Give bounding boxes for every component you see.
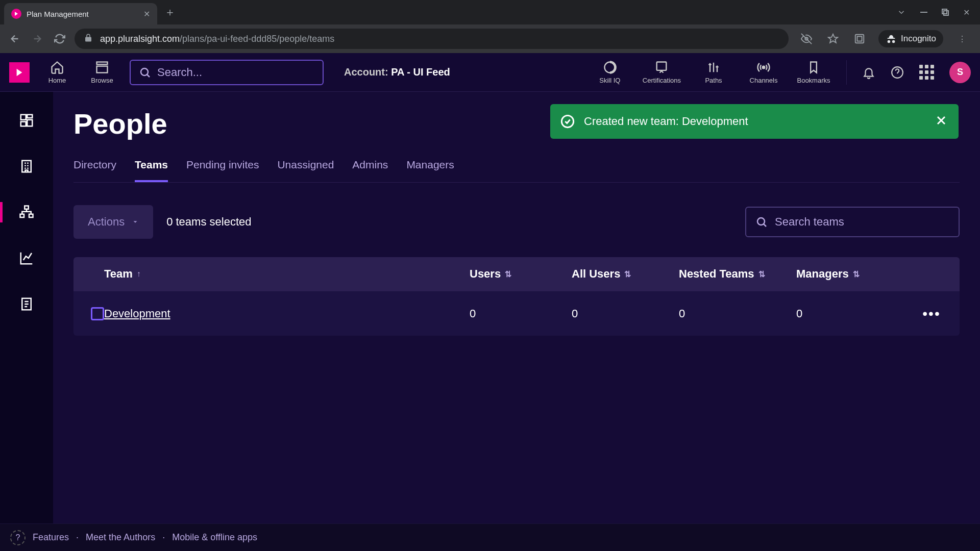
svg-rect-5: [857, 36, 862, 41]
check-circle-icon: [560, 114, 575, 129]
browser-menu-icon[interactable]: ⋮: [954, 34, 970, 44]
skilliq-icon: [603, 60, 617, 74]
search-icon: [755, 216, 768, 228]
tab-title: Plan Management: [27, 10, 138, 18]
svg-rect-14: [27, 115, 32, 118]
topnav-search[interactable]: [130, 60, 324, 85]
search-teams-field[interactable]: [745, 207, 960, 237]
cell-all-users: 0: [572, 307, 679, 320]
tab-close-icon[interactable]: ✕: [143, 9, 150, 19]
browser-back-button[interactable]: [7, 33, 22, 44]
dashboard-icon: [19, 113, 34, 128]
incognito-indicator[interactable]: Incognito: [878, 30, 943, 47]
toast-close-button[interactable]: [934, 113, 948, 130]
notifications-button[interactable]: [862, 66, 875, 79]
bell-icon: [862, 66, 875, 79]
tab-admins[interactable]: Admins: [352, 159, 388, 182]
page-tabs: Directory Teams Pending invites Unassign…: [74, 159, 960, 183]
topnav-skilliq[interactable]: Skill IQ: [593, 60, 627, 84]
home-icon: [50, 60, 64, 74]
building-icon: [19, 159, 34, 174]
column-users[interactable]: Users⇅: [470, 267, 572, 281]
new-tab-button[interactable]: ＋: [164, 5, 176, 20]
sort-icon: ⇅: [853, 269, 860, 279]
svg-rect-7: [97, 66, 108, 73]
tab-unassigned[interactable]: Unassigned: [277, 159, 334, 182]
sidebar-dashboard[interactable]: [0, 106, 53, 135]
column-all-users[interactable]: All Users⇅: [572, 267, 679, 281]
paths-icon: [706, 60, 721, 74]
url-text: app.pluralsight.com/plans/pa-ui-feed-ddd…: [100, 34, 334, 44]
column-managers[interactable]: Managers⇅: [796, 267, 903, 281]
svg-point-23: [757, 218, 765, 225]
topnav-bookmarks[interactable]: Bookmarks: [796, 60, 831, 84]
topnav-browse[interactable]: Browse: [85, 60, 119, 84]
window-minimize-icon[interactable]: [920, 8, 927, 17]
browser-tab[interactable]: Plan Management ✕: [4, 3, 157, 24]
svg-rect-13: [21, 115, 26, 120]
channels-icon: [756, 60, 771, 74]
certifications-icon: [654, 60, 669, 74]
footer-link-features[interactable]: Features: [33, 532, 69, 543]
tabs-dropdown-icon[interactable]: [897, 8, 906, 17]
extensions-icon[interactable]: [852, 33, 867, 44]
address-bar[interactable]: app.pluralsight.com/plans/pa-ui-feed-ddd…: [75, 29, 789, 49]
browser-forward-button[interactable]: [30, 33, 45, 44]
org-chart-icon: [19, 205, 34, 220]
sidebar-log[interactable]: [0, 290, 53, 318]
tab-pending-invites[interactable]: Pending invites: [186, 159, 259, 182]
search-teams-input[interactable]: [775, 215, 949, 229]
sort-icon: ⇅: [505, 269, 511, 279]
success-toast: Created new team: Development: [550, 104, 959, 139]
sidebar: [0, 92, 53, 523]
main-content: Created new team: Development People Dir…: [53, 92, 980, 523]
cell-users: 0: [470, 307, 572, 320]
actions-dropdown[interactable]: Actions: [74, 205, 153, 239]
column-nested-teams[interactable]: Nested Teams⇅: [679, 267, 796, 281]
table-row: Development 0 0 0 0 •••: [74, 291, 960, 336]
apps-button[interactable]: [919, 65, 934, 80]
svg-rect-2: [944, 11, 948, 15]
incognito-icon: [886, 33, 897, 44]
account-label: Account: PA - UI Feed: [344, 66, 450, 78]
sidebar-people[interactable]: [0, 198, 53, 227]
tab-teams[interactable]: Teams: [135, 159, 168, 182]
browser-reload-button[interactable]: [52, 33, 67, 44]
row-checkbox[interactable]: [91, 307, 104, 320]
svg-rect-20: [29, 214, 33, 217]
user-avatar[interactable]: S: [949, 62, 971, 83]
tab-managers[interactable]: Managers: [406, 159, 454, 182]
document-icon: [19, 296, 34, 312]
topnav-certifications[interactable]: Certifications: [643, 60, 681, 84]
topnav-paths[interactable]: Paths: [696, 60, 731, 84]
topnav-channels[interactable]: Channels: [746, 60, 781, 84]
bookmark-star-icon[interactable]: [825, 33, 841, 44]
app-topnav: Home Browse Account: PA - UI Feed Skill …: [0, 53, 980, 92]
row-menu-button[interactable]: •••: [903, 306, 960, 322]
column-team[interactable]: Team↑: [104, 267, 470, 281]
footer-link-authors[interactable]: Meet the Authors: [86, 532, 155, 543]
teams-table: Team↑ Users⇅ All Users⇅ Nested Teams⇅ Ma…: [74, 257, 960, 336]
sidebar-account[interactable]: [0, 152, 53, 181]
window-close-icon[interactable]: ✕: [963, 8, 970, 17]
topnav-home[interactable]: Home: [40, 60, 75, 84]
bookmarks-icon: [806, 60, 821, 74]
sort-asc-icon: ↑: [137, 269, 141, 279]
caret-down-icon: [132, 218, 139, 226]
sidebar-analytics[interactable]: [0, 244, 53, 272]
topnav-search-input[interactable]: [157, 66, 314, 79]
team-name-link[interactable]: Development: [104, 307, 170, 320]
window-maximize-icon[interactable]: [942, 8, 949, 17]
tab-directory[interactable]: Directory: [74, 159, 116, 182]
toolbar: Actions 0 teams selected: [74, 205, 960, 239]
browse-icon: [95, 60, 109, 74]
footer-link-apps[interactable]: Mobile & offline apps: [172, 532, 257, 543]
sort-icon: ⇅: [758, 269, 765, 279]
footer-help-icon[interactable]: ?: [10, 530, 26, 545]
help-button[interactable]: [891, 66, 904, 79]
sort-icon: ⇅: [624, 269, 631, 279]
search-icon: [139, 66, 151, 79]
brand-logo[interactable]: [9, 62, 30, 83]
eye-off-icon[interactable]: [799, 33, 814, 44]
table-header: Team↑ Users⇅ All Users⇅ Nested Teams⇅ Ma…: [74, 257, 960, 291]
